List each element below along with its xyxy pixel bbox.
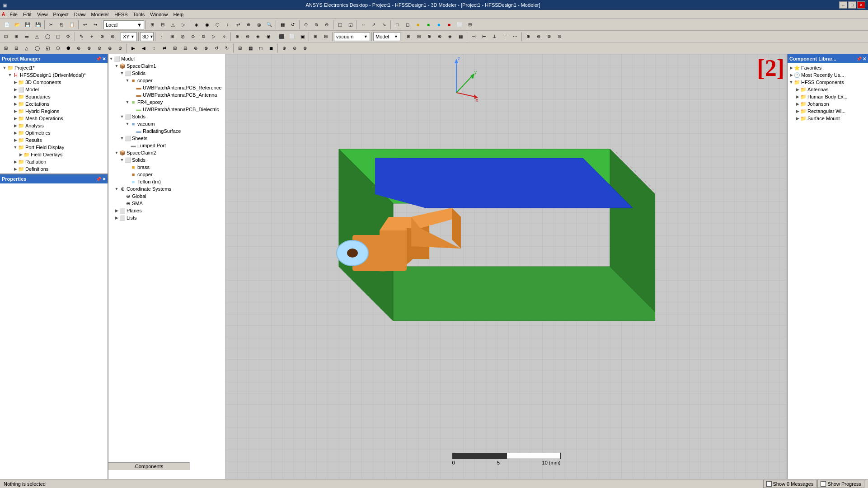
tb-b28[interactable]: ■ — [444, 20, 454, 30]
tb-redo[interactable]: ↪ — [90, 20, 100, 30]
maximize-btn[interactable]: □ — [848, 1, 856, 9]
cl-antennas[interactable]: ▶ 📁 Antennas — [788, 86, 867, 93]
tb2-sel1[interactable]: ⊞ — [404, 32, 413, 42]
mt-copper1[interactable]: ▼ ■ copper — [108, 77, 225, 84]
tb3-b23[interactable]: ⊞ — [235, 43, 245, 53]
tb2-snap1[interactable]: ⋮ — [157, 32, 167, 42]
tb-b25[interactable]: ■ — [413, 20, 423, 30]
props-close-icon[interactable]: ✕ — [102, 177, 106, 182]
tb-b2[interactable]: ⊟ — [158, 20, 168, 30]
tree-definitions[interactable]: ▶ 📁 Definitions — [1, 165, 107, 173]
tb3-b16[interactable]: ⇄ — [160, 43, 169, 53]
mt-expand-solids1[interactable]: ▼ — [119, 71, 125, 75]
tb-save[interactable]: 💾 — [23, 20, 33, 30]
close-btn[interactable]: ✕ — [857, 1, 865, 9]
tb3-b20[interactable]: ⊗ — [201, 43, 211, 53]
mt-expand-planes[interactable]: ▶ — [114, 208, 119, 213]
tb3-b2[interactable]: ⊟ — [11, 43, 21, 53]
cl-close-icon[interactable]: ✕ — [863, 56, 866, 61]
tb3-b22[interactable]: ↻ — [222, 43, 232, 53]
cl-human-body[interactable]: ▶ 📁 Human Body Ex... — [788, 93, 867, 100]
tb-b26[interactable]: ■ — [423, 20, 433, 30]
tb-b7[interactable]: ⬡ — [212, 20, 222, 30]
tb-b15[interactable]: ⊙ — [301, 20, 311, 30]
mt-copper2[interactable]: ■ copper — [108, 171, 225, 178]
mt-expand-fr4[interactable]: ▼ — [125, 100, 130, 104]
xy-dropdown[interactable]: XY ▼ — [121, 32, 137, 41]
tb2-b1[interactable]: ⊡ — [1, 32, 11, 42]
title-controls[interactable]: ─ □ ✕ — [839, 1, 865, 9]
tb3-b24[interactable]: ▦ — [245, 43, 255, 53]
cl-hfss-comp[interactable]: ▼ 📁 HFSS Components — [788, 79, 867, 86]
cl-recent[interactable]: ▶ 🕐 Most Recently Us... — [788, 71, 867, 79]
mt-lists[interactable]: ▶ ⬜ Lists — [108, 214, 225, 221]
model-tree-model[interactable]: ▼ ⬜ Model — [108, 55, 225, 62]
tb2-b10[interactable]: ⊗ — [97, 32, 107, 42]
mt-solids2[interactable]: ▼ ⬜ Solids — [108, 113, 225, 120]
tb2-sel5[interactable]: ◈ — [445, 32, 455, 42]
tb3-b1[interactable]: ⊞ — [1, 43, 11, 53]
cl-exp-rw[interactable]: ▶ — [795, 109, 800, 113]
minimize-btn[interactable]: ─ — [839, 1, 847, 9]
tree-project1[interactable]: ▼ 📁 Project1* — [1, 64, 107, 71]
tb3-b6[interactable]: ⬡ — [53, 43, 63, 53]
tb3-b5[interactable]: ◱ — [42, 43, 52, 53]
view3d-dropdown[interactable]: 3D ▼ — [140, 32, 154, 41]
mt-expand-sc1[interactable]: ▼ — [114, 64, 119, 68]
expand-model[interactable]: ▶ — [13, 87, 18, 92]
panel-header-icons[interactable]: 📌 ✕ — [96, 56, 106, 61]
tb-b22[interactable]: ↘ — [379, 20, 389, 30]
tb2-snap2[interactable]: ⊞ — [167, 32, 177, 42]
tb-save2[interactable]: 💾 — [33, 20, 43, 30]
tb2-align3[interactable]: ⊥ — [489, 32, 499, 42]
mt-spaceclaim2[interactable]: ▼ 📦 SpaceClaim2 — [108, 149, 225, 156]
tb3-b7[interactable]: ⬢ — [63, 43, 73, 53]
tb2-b8[interactable]: ✎ — [76, 32, 86, 42]
tb2-sel6[interactable]: ▦ — [455, 32, 465, 42]
mt-radiating[interactable]: ▬ RadiatingSurface — [108, 127, 225, 135]
tb-cut[interactable]: ✂ — [46, 20, 56, 30]
tb2-r3[interactable]: ▣ — [297, 32, 307, 42]
mt-sheets[interactable]: ▼ ⬜ Sheets — [108, 135, 225, 142]
expand-excitations[interactable]: ▶ — [13, 102, 18, 106]
mt-lumped-port[interactable]: ▬ Lumped Port — [108, 142, 225, 149]
tb-b10[interactable]: ⊕ — [244, 20, 253, 30]
tb2-view1[interactable]: ⊕ — [232, 32, 242, 42]
mt-teflon[interactable]: ■ Teflon (tm) — [108, 178, 225, 185]
tb3-b26[interactable]: ◼ — [266, 43, 276, 53]
tb2-view3[interactable]: ◈ — [253, 32, 263, 42]
tb3-b4[interactable]: ◯ — [32, 43, 42, 53]
pm-pin-icon[interactable]: 📌 — [96, 56, 101, 61]
mt-expand-cs[interactable]: ▼ — [114, 187, 119, 191]
tb-b6[interactable]: ◉ — [202, 20, 212, 30]
expand-results[interactable]: ▶ — [13, 138, 18, 142]
tb2-sel3[interactable]: ⊕ — [424, 32, 434, 42]
menu-help[interactable]: Help — [170, 11, 186, 18]
tb2-r1[interactable]: ⬛ — [277, 32, 286, 42]
tb3-b25[interactable]: ◻ — [256, 43, 266, 53]
mt-solids1[interactable]: ▼ ⬜ Solids — [108, 70, 225, 77]
tb-b13[interactable]: ▦ — [277, 20, 287, 30]
cl-icons[interactable]: 📌 ✕ — [856, 56, 866, 61]
tree-3dcomponents[interactable]: ▶ 📁 3D Components — [1, 79, 107, 86]
menu-draw[interactable]: Draw — [71, 11, 89, 18]
tb3-b28[interactable]: ⊖ — [290, 43, 300, 53]
tb2-b3[interactable]: ☰ — [22, 32, 32, 42]
tb3-b8[interactable]: ⊕ — [74, 43, 84, 53]
tb2-m5[interactable]: ⊗ — [544, 32, 554, 42]
tb2-view2[interactable]: ⊖ — [243, 32, 253, 42]
tree-optimetrics[interactable]: ▶ 📁 Optimetrics — [1, 129, 107, 136]
tb2-b5[interactable]: ◯ — [42, 32, 52, 42]
tb2-b4[interactable]: △ — [32, 32, 42, 42]
tree-analysis[interactable]: ▶ 📁 Analysis — [1, 122, 107, 129]
tb-undo[interactable]: ↩ — [80, 20, 90, 30]
mt-sma[interactable]: ⊕ SMA — [108, 200, 225, 207]
tb-b30[interactable]: ⊞ — [465, 20, 475, 30]
tb2-view4[interactable]: ◉ — [263, 32, 273, 42]
tb2-b11[interactable]: ⊘ — [108, 32, 117, 42]
tb-paste[interactable]: 📋 — [67, 20, 77, 30]
tb2-sel2[interactable]: ⊟ — [414, 32, 424, 42]
tb2-b7[interactable]: ⟳ — [63, 32, 73, 42]
tb3-b17[interactable]: ⊞ — [170, 43, 180, 53]
tb2-snap6[interactable]: ▷ — [209, 32, 219, 42]
